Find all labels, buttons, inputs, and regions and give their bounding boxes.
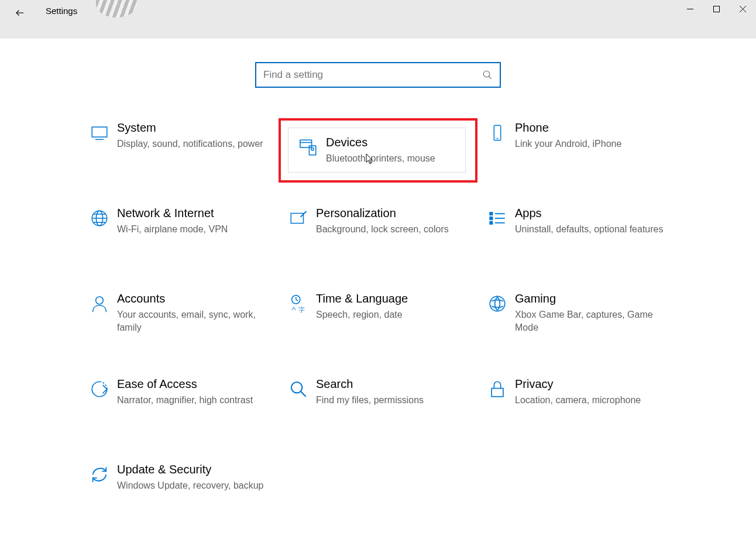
tile-phone[interactable]: Phone Link your Android, iPhone — [477, 118, 676, 183]
tile-accounts[interactable]: Accounts Your accounts, email, sync, wor… — [80, 289, 279, 353]
svg-point-27 — [96, 297, 104, 304]
svg-rect-21 — [490, 212, 492, 215]
svg-rect-2 — [714, 6, 720, 12]
minimize-button[interactable] — [677, 0, 703, 18]
tile-subtitle: Link your Android, iPhone — [515, 138, 667, 150]
tile-personalization[interactable]: Personalization Background, lock screen,… — [279, 204, 477, 268]
network-icon — [82, 206, 117, 228]
system-icon — [82, 121, 117, 143]
update-security-icon — [82, 462, 117, 485]
svg-line-35 — [301, 391, 306, 397]
svg-rect-23 — [490, 217, 492, 219]
gaming-icon — [480, 291, 515, 314]
svg-point-12 — [311, 148, 314, 150]
tile-subtitle: Windows Update, recovery, backup — [117, 479, 269, 492]
tile-network[interactable]: Network & Internet Wi-Fi, airplane mode,… — [80, 204, 279, 268]
tile-privacy[interactable]: Privacy Location, camera, microphone — [477, 375, 676, 439]
settings-tiles-grid: System Display, sound, notifications, po… — [80, 118, 676, 524]
tile-ease-of-access[interactable]: Ease of Access Narrator, magnifier, high… — [80, 375, 279, 439]
svg-text:字: 字 — [298, 306, 305, 313]
tile-subtitle: Speech, region, date — [316, 308, 468, 321]
svg-line-30 — [296, 300, 298, 301]
back-button[interactable] — [14, 7, 26, 19]
tile-search[interactable]: Search Find my files, permissions — [279, 375, 477, 439]
search-box[interactable] — [255, 62, 501, 88]
tile-subtitle: Wi-Fi, airplane mode, VPN — [117, 223, 269, 236]
svg-rect-13 — [494, 125, 500, 140]
ease-of-access-icon — [82, 377, 117, 399]
privacy-icon — [480, 377, 515, 399]
tile-subtitle: Display, sound, notifications, power — [117, 138, 269, 150]
devices-icon — [291, 135, 326, 157]
tile-title: Accounts — [117, 291, 269, 306]
tile-subtitle: Uninstall, defaults, optional features — [515, 223, 667, 236]
tile-subtitle: Location, camera, microphone — [515, 394, 667, 407]
tile-devices[interactable]: Devices Bluetooth, printers, mouse — [279, 118, 477, 183]
svg-point-5 — [483, 71, 490, 77]
tile-title: System — [117, 121, 269, 135]
avatar — [96, 0, 137, 18]
tile-system[interactable]: System Display, sound, notifications, po… — [80, 118, 279, 183]
tile-title: Network & Internet — [117, 206, 269, 221]
tile-subtitle: Your accounts, email, sync, work, family — [117, 308, 269, 334]
tile-title: Ease of Access — [117, 377, 269, 391]
svg-point-33 — [490, 296, 505, 311]
tile-apps[interactable]: Apps Uninstall, defaults, optional featu… — [477, 204, 676, 268]
svg-line-6 — [489, 76, 492, 79]
tile-title: Update & Security — [117, 462, 269, 477]
phone-icon — [480, 121, 515, 143]
svg-rect-36 — [492, 389, 503, 397]
svg-rect-9 — [300, 140, 312, 147]
tile-title: Gaming — [515, 291, 667, 306]
tile-title: Time & Language — [316, 291, 468, 306]
tile-title: Apps — [515, 206, 667, 221]
tile-title: Search — [316, 377, 468, 391]
tile-title: Phone — [515, 121, 667, 135]
svg-point-34 — [291, 382, 302, 393]
accounts-icon — [82, 291, 117, 314]
tile-subtitle: Bluetooth, printers, mouse — [326, 152, 456, 165]
svg-rect-20 — [291, 214, 303, 224]
svg-rect-25 — [490, 222, 492, 224]
titlebar: Settings — [0, 0, 756, 39]
search-input[interactable] — [263, 69, 482, 81]
tile-title: Devices — [326, 135, 456, 150]
tile-update-security[interactable]: Update & Security Windows Update, recove… — [80, 460, 279, 524]
close-button[interactable] — [730, 0, 756, 18]
time-language-icon: A 字 — [281, 291, 316, 314]
svg-rect-7 — [92, 127, 107, 137]
maximize-button[interactable] — [703, 0, 730, 18]
window-controls — [677, 0, 756, 18]
personalization-icon — [281, 206, 316, 228]
svg-text:A: A — [292, 305, 296, 311]
apps-icon — [480, 206, 515, 228]
window-title: Settings — [46, 6, 77, 16]
settings-home: System Display, sound, notifications, po… — [0, 39, 756, 524]
search-tile-icon — [281, 377, 316, 399]
tile-title: Privacy — [515, 377, 667, 391]
tile-time-language[interactable]: A 字 Time & Language Speech, region, date — [279, 289, 477, 353]
tile-subtitle: Narrator, magnifier, high contrast — [117, 394, 269, 407]
tile-title: Personalization — [316, 206, 468, 221]
search-icon — [482, 70, 493, 80]
tile-subtitle: Find my files, permissions — [316, 394, 468, 407]
tile-subtitle: Background, lock screen, colors — [316, 223, 468, 236]
tile-subtitle: Xbox Game Bar, captures, Game Mode — [515, 308, 667, 334]
tile-gaming[interactable]: Gaming Xbox Game Bar, captures, Game Mod… — [477, 289, 676, 353]
